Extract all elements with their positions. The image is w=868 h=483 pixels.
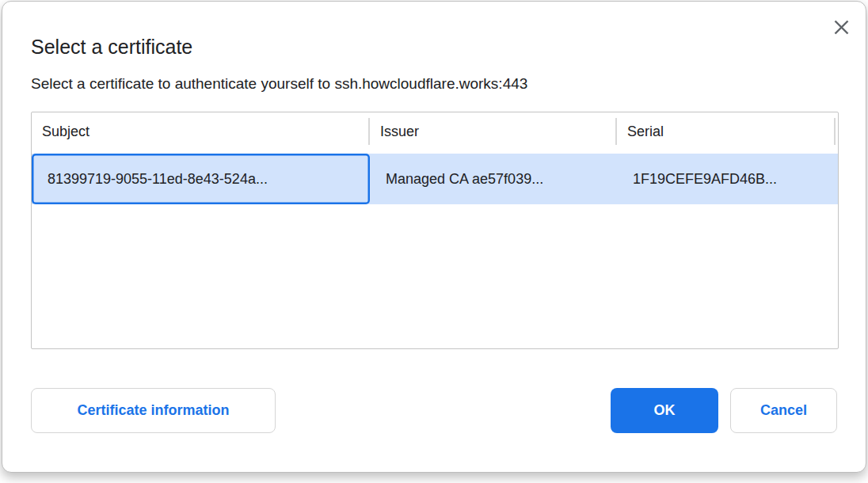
- table-header-row: Subject Issuer Serial: [32, 112, 838, 150]
- close-icon: [833, 19, 850, 36]
- dialog-title: Select a certificate: [31, 35, 837, 59]
- certificate-table: Subject Issuer Serial 81399719-9055-11ed…: [31, 112, 839, 349]
- cell-issuer[interactable]: Managed CA ae57f039...: [370, 154, 617, 204]
- dialog-footer: Certificate information OK Cancel: [31, 388, 837, 433]
- cell-serial[interactable]: 1F19CEFE9AFD46B...: [617, 154, 836, 204]
- column-header-subject: Subject: [32, 112, 370, 150]
- column-header-serial: Serial: [617, 112, 836, 150]
- table-body: 81399719-9055-11ed-8e43-524a... Managed …: [32, 154, 838, 349]
- cancel-button[interactable]: Cancel: [730, 388, 837, 433]
- cell-gutter: [836, 154, 839, 204]
- column-header-issuer: Issuer: [370, 112, 617, 150]
- dialog-subtitle: Select a certificate to authenticate you…: [31, 74, 837, 93]
- select-certificate-dialog: Select a certificate Select a certificat…: [2, 1, 866, 473]
- column-header-gutter: [836, 112, 839, 150]
- ok-button[interactable]: OK: [611, 388, 718, 433]
- cell-subject[interactable]: 81399719-9055-11ed-8e43-524a...: [32, 154, 370, 204]
- close-button[interactable]: [829, 15, 853, 39]
- certificate-information-button[interactable]: Certificate information: [31, 388, 276, 433]
- certificate-row[interactable]: 81399719-9055-11ed-8e43-524a... Managed …: [32, 154, 838, 204]
